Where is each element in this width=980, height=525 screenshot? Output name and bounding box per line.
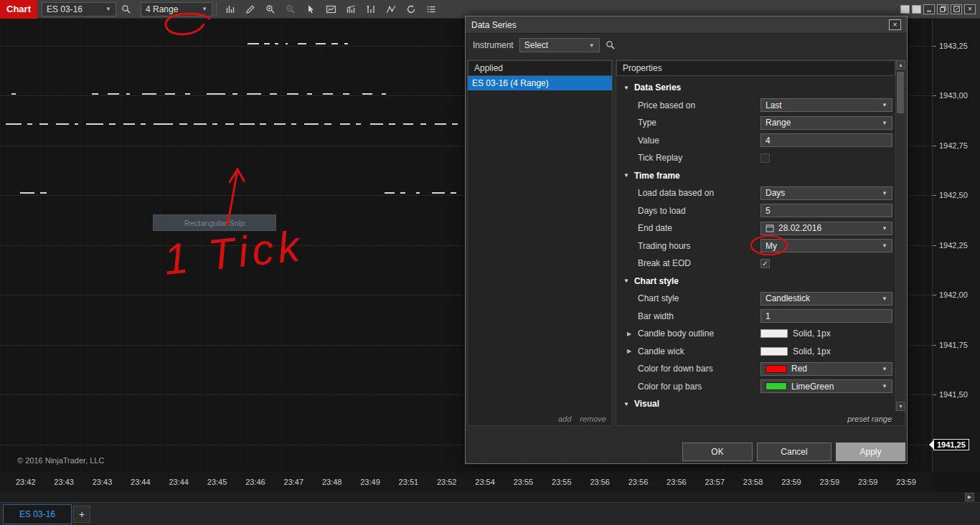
interval-dropdown[interactable]: 4 Range ▼ xyxy=(141,2,212,16)
minimize-icon xyxy=(926,6,932,12)
price-based-on-dropdown[interactable]: Last▼ xyxy=(760,98,892,112)
instrument-select-value: Select xyxy=(524,40,548,50)
scroll-down-button[interactable]: ▼ xyxy=(896,402,905,411)
instrument-dropdown[interactable]: ES 03-16 ▼ xyxy=(42,2,116,16)
popout-button[interactable] xyxy=(951,4,962,14)
zigzag-tool-button[interactable] xyxy=(382,1,400,17)
layout-grid-icon[interactable] xyxy=(912,5,921,14)
price-bar xyxy=(344,43,348,44)
search-icon[interactable] xyxy=(606,40,616,50)
list-menu-icon xyxy=(426,4,436,14)
price-bar xyxy=(403,123,413,125)
property-row-chart-style[interactable]: ▼Chart style xyxy=(616,273,895,290)
tick-replay-checkbox[interactable] xyxy=(760,153,770,163)
load-data-based-on-dropdown[interactable]: Days▼ xyxy=(760,186,892,200)
candle-wick-swatch[interactable] xyxy=(760,347,788,356)
ok-button[interactable]: OK xyxy=(682,443,753,461)
time-axis-label: 23:45 xyxy=(207,478,227,492)
drawing-tools-button[interactable] xyxy=(241,1,260,17)
layout-grid-icon[interactable] xyxy=(900,5,910,14)
price-bar xyxy=(39,123,48,125)
price-bar xyxy=(179,123,187,125)
color-for-down-bars-dropdown[interactable]: Red▼ xyxy=(760,362,892,376)
time-axis-label: 23:48 xyxy=(322,478,342,492)
candle-body-outline-swatch[interactable] xyxy=(760,329,788,338)
value-input[interactable]: 4 xyxy=(760,133,892,147)
preset-range-link[interactable]: preset range xyxy=(847,415,892,423)
cursor-button[interactable] xyxy=(301,1,320,17)
property-row-time-frame[interactable]: ▼Time frame xyxy=(616,167,895,185)
price-axis-label: 1943,25 xyxy=(939,42,968,50)
section-collapse-icon[interactable]: ▼ xyxy=(623,278,629,284)
expand-icon[interactable]: ▶ xyxy=(627,331,631,337)
property-row-visual[interactable]: ▼Visual xyxy=(616,395,895,411)
data-series-dialog: Data Series × Instrument Select ▼ Applie… xyxy=(465,16,908,464)
dialog-title: Data Series xyxy=(471,20,517,30)
horizontal-scrollbar[interactable]: ▶ xyxy=(0,492,980,502)
add-series-link[interactable]: add xyxy=(558,415,571,423)
price-bar xyxy=(340,123,350,125)
instrument-dropdown-value: ES 03-16 xyxy=(47,4,83,14)
instrument-label: Instrument xyxy=(473,40,514,50)
price-bar xyxy=(324,123,331,125)
arrow-right-icon: ▶ xyxy=(968,494,971,499)
add-tab-button[interactable]: + xyxy=(73,506,90,523)
price-bar xyxy=(212,123,217,125)
price-bar xyxy=(356,123,361,125)
break-at-eod-checkbox[interactable]: ✓ xyxy=(760,259,770,268)
bar-width-input[interactable]: 1 xyxy=(760,309,892,323)
property-row-tick-replay: Tick Replay xyxy=(616,149,895,167)
applied-series-item[interactable]: ES 03-16 (4 Range) xyxy=(468,76,612,90)
zoom-out-button[interactable] xyxy=(281,1,300,17)
candle-body-outline-value: Solid, 1px xyxy=(793,328,831,339)
properties-scrollbar[interactable]: ▲ ▼ xyxy=(895,60,905,411)
type-dropdown[interactable]: Range▼ xyxy=(760,116,892,130)
instrument-select-dropdown[interactable]: Select ▼ xyxy=(519,38,600,52)
dialog-title-bar[interactable]: Data Series × xyxy=(466,16,907,34)
dialog-close-button[interactable]: × xyxy=(889,19,901,30)
remove-series-link[interactable]: remove xyxy=(580,415,606,423)
price-axis[interactable]: 1943,251943,001942,751942,501942,251942,… xyxy=(932,19,980,472)
section-collapse-icon[interactable]: ▼ xyxy=(623,172,629,179)
strategies-button[interactable] xyxy=(362,1,380,17)
time-axis[interactable]: 23:4223:4323:4323:4423:4423:4523:4623:47… xyxy=(0,472,932,492)
scrollbar-thumb[interactable] xyxy=(897,72,904,113)
days-to-load-input[interactable]: 5 xyxy=(760,204,892,217)
scroll-up-button[interactable]: ▲ xyxy=(896,60,905,70)
color-for-up-bars-dropdown[interactable]: LimeGreen▼ xyxy=(760,379,892,393)
expand-icon[interactable]: ▶ xyxy=(627,348,631,354)
property-row-data-series[interactable]: ▼Data Series xyxy=(616,79,895,97)
tab-es-03-16[interactable]: ES 03-16 xyxy=(3,504,72,524)
price-bar xyxy=(154,123,173,125)
bar-type-button[interactable] xyxy=(221,1,240,17)
price-bar xyxy=(382,93,386,95)
restore-button[interactable] xyxy=(937,4,948,14)
time-axis-label: 23:44 xyxy=(169,478,189,492)
price-bar xyxy=(432,192,445,194)
price-bar xyxy=(343,93,349,95)
minimize-button[interactable] xyxy=(923,4,935,14)
time-axis-label: 23:52 xyxy=(437,478,457,492)
section-collapse-icon[interactable]: ▼ xyxy=(623,85,629,91)
close-button[interactable]: × xyxy=(964,4,976,14)
time-axis-label: 23:43 xyxy=(93,478,113,492)
time-axis-label: 23:46 xyxy=(245,478,265,492)
window-title-badge: Chart xyxy=(0,0,37,19)
zoom-in-button[interactable] xyxy=(261,1,280,17)
price-axis-label: 1942,25 xyxy=(939,241,968,250)
end-date-dropdown[interactable]: 28.02.2016▼ xyxy=(760,222,892,235)
indicators-button[interactable] xyxy=(341,1,360,17)
trading-hours-dropdown[interactable]: My▼ xyxy=(760,239,892,252)
reload-button[interactable] xyxy=(402,1,420,17)
instrument-search-button[interactable] xyxy=(117,1,136,17)
property-label: End date xyxy=(638,223,672,233)
properties-header: Properties xyxy=(616,60,895,76)
chart-trader-button[interactable] xyxy=(321,1,340,17)
scroll-right-button[interactable]: ▶ xyxy=(965,493,974,501)
properties-menu-button[interactable] xyxy=(422,1,440,17)
price-bar xyxy=(370,123,383,125)
cancel-button[interactable]: Cancel xyxy=(757,443,831,461)
apply-button[interactable]: Apply xyxy=(836,443,905,461)
section-collapse-icon[interactable]: ▼ xyxy=(623,401,629,407)
chart-style-dropdown[interactable]: Candlestick▼ xyxy=(760,292,892,306)
